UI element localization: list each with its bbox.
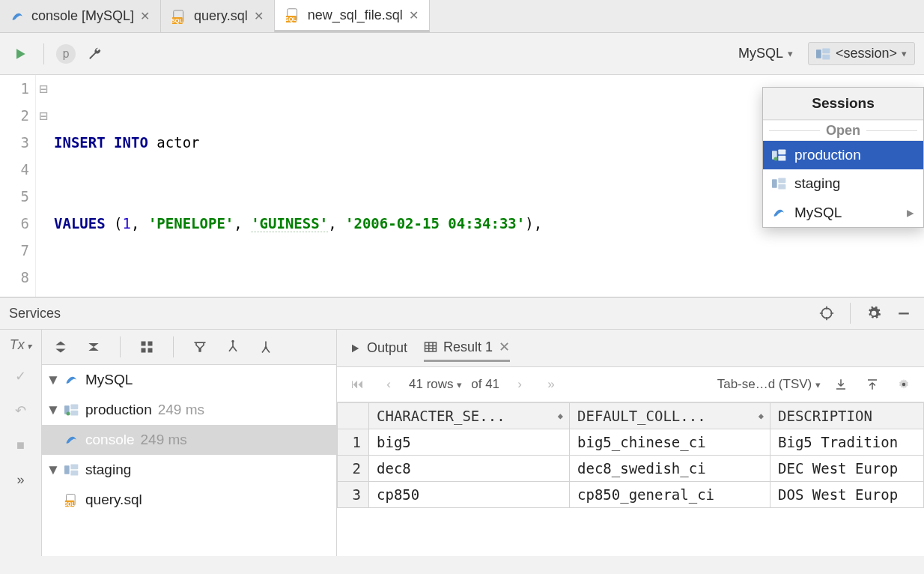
svg-rect-8 xyxy=(822,54,830,59)
session-item-label: production xyxy=(794,147,861,163)
session-item-production[interactable]: production xyxy=(763,141,923,169)
tree-node-query-file[interactable]: SQL query.sql xyxy=(42,485,336,515)
svg-rect-30 xyxy=(70,471,78,476)
export-format-selector[interactable]: Tab-se…d (TSV) ▾ xyxy=(717,377,821,392)
svg-text:SQL: SQL xyxy=(64,501,75,507)
tab-new-sql-file[interactable]: SQL new_sql_file.sql ✕ xyxy=(275,0,430,32)
sql-file-icon: SQL xyxy=(285,7,302,23)
svg-rect-17 xyxy=(899,312,909,314)
close-icon[interactable]: ✕ xyxy=(140,9,150,23)
gear-icon[interactable] xyxy=(893,373,915,396)
services-tree[interactable]: ▼ MySQL ▼ production 249 ms console 249 … xyxy=(42,365,336,515)
grid-view-icon[interactable] xyxy=(136,336,158,358)
column-header[interactable]: DESCRIPTION xyxy=(770,403,924,429)
table-icon xyxy=(424,340,437,354)
target-icon[interactable] xyxy=(815,302,838,324)
close-icon[interactable]: ✕ xyxy=(409,8,419,22)
gear-icon[interactable] xyxy=(863,302,885,324)
session-item-label: MySQL xyxy=(794,205,842,221)
svg-rect-13 xyxy=(772,179,777,188)
tree-node-console[interactable]: console 249 ms xyxy=(42,425,336,455)
row-total: of 41 xyxy=(471,377,499,392)
session-item-mysql[interactable]: MySQL ▸ xyxy=(763,198,923,227)
separator xyxy=(850,303,851,324)
result-grid[interactable]: CHARACTER_SE...◆ DEFAULT_COLL...◆ DESCRI… xyxy=(337,402,924,508)
session-selector[interactable]: <session> ▾ xyxy=(808,42,915,65)
table-row[interactable]: 1 big5 big5_chinese_ci Big5 Tradition xyxy=(338,429,924,456)
rollback-icon[interactable]: ↶ xyxy=(10,399,32,422)
prev-page-icon[interactable]: ‹ xyxy=(377,373,400,396)
editor-tab-strip: console [MySQL] ✕ SQL query.sql ✕ SQL ne… xyxy=(0,0,924,33)
datasource-icon xyxy=(772,177,787,190)
result-pager: ⏮ ‹ 41 rows ▾ of 41 › » Tab-se…d (TSV) ▾ xyxy=(337,367,924,402)
submenu-arrow-icon: ▸ xyxy=(907,204,914,221)
plan-badge[interactable]: p xyxy=(56,44,76,64)
download-icon[interactable] xyxy=(830,373,852,396)
next-page-icon[interactable]: › xyxy=(508,373,531,396)
tx-label[interactable]: Tx ▾ xyxy=(10,337,31,353)
column-header[interactable]: DEFAULT_COLL...◆ xyxy=(570,403,770,429)
chevron-down-icon: ▾ xyxy=(902,48,907,59)
branch-icon[interactable] xyxy=(222,336,244,358)
services-tree-pane: ▼ MySQL ▼ production 249 ms console 249 … xyxy=(42,330,337,556)
sort-icon[interactable]: ◆ xyxy=(558,411,563,421)
separator xyxy=(43,43,44,64)
upload-icon[interactable] xyxy=(861,373,884,396)
svg-rect-25 xyxy=(70,405,78,410)
datasource-icon xyxy=(772,148,787,162)
last-page-icon[interactable]: » xyxy=(540,373,562,396)
tree-node-mysql[interactable]: ▼ MySQL xyxy=(42,365,336,395)
tree-expand-icon[interactable]: ▼ xyxy=(48,365,58,395)
wrench-icon[interactable] xyxy=(83,43,106,65)
commit-icon[interactable]: ✓ xyxy=(10,365,32,387)
merge-icon[interactable] xyxy=(255,336,277,358)
mysql-dolphin-icon xyxy=(10,9,25,24)
line-gutter: 12345678 xyxy=(0,75,36,297)
tab-label: new_sql_file.sql xyxy=(308,7,403,23)
first-page-icon[interactable]: ⏮ xyxy=(346,373,368,396)
minimize-icon[interactable] xyxy=(893,302,915,324)
session-label: <session> xyxy=(836,46,897,61)
svg-rect-26 xyxy=(70,411,78,416)
mysql-dolphin-icon xyxy=(772,205,787,220)
session-item-label: staging xyxy=(794,175,840,192)
filter-icon[interactable] xyxy=(189,336,211,358)
datasource-icon xyxy=(64,463,79,477)
result-tab[interactable]: Result 1 ✕ xyxy=(424,334,510,362)
sql-file-icon: SQL xyxy=(171,8,188,25)
sort-icon[interactable]: ◆ xyxy=(759,411,764,421)
output-tab[interactable]: Output xyxy=(349,336,407,360)
session-item-staging[interactable]: staging xyxy=(763,169,923,198)
close-icon[interactable]: ✕ xyxy=(499,339,510,355)
stop-icon[interactable]: ■ xyxy=(10,434,32,456)
svg-rect-15 xyxy=(778,184,785,190)
tab-query[interactable]: SQL query.sql ✕ xyxy=(161,0,275,32)
table-row[interactable]: 3 cp850 cp850_general_ci DOS West Europ xyxy=(338,482,924,508)
tree-expand-icon[interactable]: ▼ xyxy=(48,395,58,425)
tree-node-production[interactable]: ▼ production 249 ms xyxy=(42,395,336,425)
popup-title: Sessions xyxy=(763,88,923,120)
expand-all-icon[interactable] xyxy=(49,336,72,358)
collapse-all-icon[interactable] xyxy=(82,336,105,358)
run-button[interactable] xyxy=(9,43,31,65)
row-count[interactable]: 41 rows ▾ xyxy=(409,377,462,392)
tab-console[interactable]: console [MySQL] ✕ xyxy=(0,0,161,32)
tab-label: console [MySQL] xyxy=(31,8,134,24)
svg-text:SQL: SQL xyxy=(285,16,297,22)
corner-cell xyxy=(338,403,369,429)
services-tree-toolbar xyxy=(42,330,336,365)
svg-rect-11 xyxy=(778,156,785,161)
tree-expand-icon[interactable]: ▼ xyxy=(48,455,58,485)
mysql-dolphin-icon xyxy=(64,432,79,447)
separator xyxy=(120,336,121,357)
table-row[interactable]: 2 dec8 dec8_swedish_ci DEC West Europ xyxy=(338,456,924,482)
svg-point-16 xyxy=(821,308,831,318)
datasource-selector[interactable]: MySQL ▾ xyxy=(731,43,800,64)
tree-node-staging[interactable]: ▼ staging xyxy=(42,455,336,485)
services-title: Services xyxy=(9,306,61,321)
more-icon[interactable]: » xyxy=(10,468,32,491)
column-header[interactable]: CHARACTER_SE...◆ xyxy=(369,403,570,429)
services-panel: Services Tx ▾ ✓ ↶ ■ » xyxy=(0,297,924,556)
close-icon[interactable]: ✕ xyxy=(254,9,264,23)
result-pane: Output Result 1 ✕ ⏮ ‹ 41 rows ▾ of 41 › … xyxy=(337,330,924,556)
